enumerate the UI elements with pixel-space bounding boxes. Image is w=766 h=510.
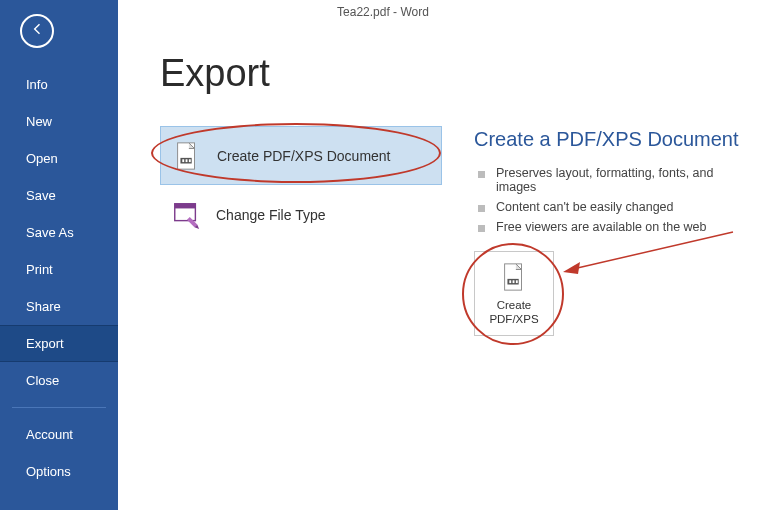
bullet-item: Preserves layout, formatting, fonts, and…: [474, 163, 756, 197]
details-panel: Create a PDF/XPS Document Preserves layo…: [474, 128, 756, 336]
sidebar-item-open[interactable]: Open: [0, 140, 118, 177]
svg-rect-2: [182, 159, 184, 162]
sidebar-item-close[interactable]: Close: [0, 362, 118, 399]
backstage-sidebar: Info New Open Save Save As Print Share E…: [0, 0, 118, 510]
button-label-line1: Create: [475, 298, 553, 312]
pdf-document-icon: [169, 138, 205, 174]
pdf-document-icon: [498, 262, 530, 294]
sidebar-item-new[interactable]: New: [0, 103, 118, 140]
svg-rect-9: [509, 280, 511, 283]
svg-rect-3: [186, 159, 188, 162]
button-label-line2: PDF/XPS: [475, 312, 553, 326]
sidebar-item-save[interactable]: Save: [0, 177, 118, 214]
create-pdf-xps-button[interactable]: Create PDF/XPS: [474, 251, 554, 336]
svg-rect-6: [175, 203, 196, 208]
sidebar-separator: [12, 407, 106, 408]
page-title: Export: [160, 52, 766, 95]
svg-rect-4: [189, 159, 191, 162]
sidebar-item-account[interactable]: Account: [0, 416, 118, 453]
sidebar-item-export[interactable]: Export: [0, 325, 118, 362]
svg-rect-11: [516, 280, 518, 283]
bullet-item: Free viewers are available on the web: [474, 217, 756, 237]
change-file-type-icon: [168, 197, 204, 233]
option-label: Change File Type: [216, 207, 325, 223]
option-label: Create PDF/XPS Document: [217, 148, 391, 164]
panel-title: Create a PDF/XPS Document: [474, 128, 756, 151]
sidebar-item-options[interactable]: Options: [0, 453, 118, 490]
option-change-file-type[interactable]: Change File Type: [160, 185, 442, 244]
sidebar-item-info[interactable]: Info: [0, 66, 118, 103]
sidebar-item-share[interactable]: Share: [0, 288, 118, 325]
panel-bullets: Preserves layout, formatting, fonts, and…: [474, 163, 756, 237]
svg-rect-10: [513, 280, 515, 283]
export-options-list: Create PDF/XPS Document Change File Type: [160, 126, 442, 244]
arrow-left-icon: [29, 21, 45, 41]
sidebar-item-saveas[interactable]: Save As: [0, 214, 118, 251]
option-create-pdf-xps[interactable]: Create PDF/XPS Document: [160, 126, 442, 185]
sidebar-item-print[interactable]: Print: [0, 251, 118, 288]
bullet-item: Content can't be easily changed: [474, 197, 756, 217]
back-button[interactable]: [20, 14, 54, 48]
main-panel: Export Create PDF/XPS Document: [118, 0, 766, 510]
